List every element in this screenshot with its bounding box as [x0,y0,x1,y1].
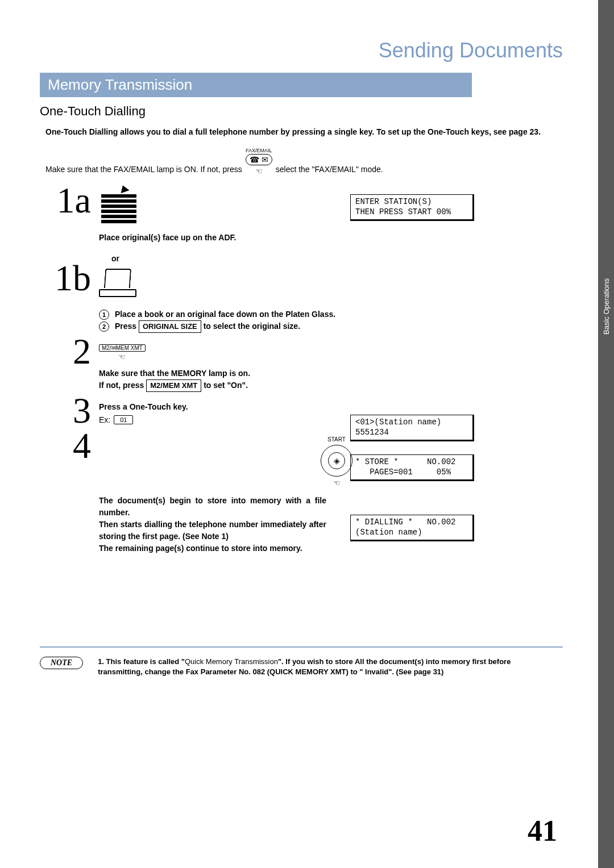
step-2: 2 M2/✉MEM XMT ☜ Make sure that the MEMOR… [40,339,574,392]
step-3: 3 Press a One-Touch key. Ex: 01 [40,398,574,427]
page-number: 41 [528,814,557,848]
step1b-line1: 1 Place a book or an original face down … [99,308,574,320]
step4-paragraph: The document(s) begin to store into memo… [99,495,326,554]
note-pre: 1. This feature is called " [98,657,185,666]
lead-post: select the "FAX/EMAIL" mode. [276,165,383,174]
sidebar-tab-basic-operations: Basic Operations [598,261,614,352]
step-number-1b: 1b [40,262,91,295]
original-size-key[interactable]: ORIGINAL SIZE [139,320,201,333]
step1b-line2-pre: Press [115,322,139,331]
start-label: START [327,436,346,443]
lcd-display-3: * STORE * NO.002 PAGES=001 05% [350,454,474,481]
platen-glass-icon [99,269,139,301]
note-text: 1. This feature is called "Quick Memory … [98,657,557,677]
note-area: NOTE 1. This feature is called "Quick Me… [40,657,557,677]
circled-2: 2 [99,322,109,332]
step2-line1: Make sure that the MEMORY lamp is on. [99,368,574,379]
lcd-display-4: * DIALLING * NO.002 (Station name) [350,515,474,541]
one-touch-key-01[interactable]: 01 [114,415,133,424]
start-button[interactable]: START ◈ ☜ [99,436,574,486]
or-text: or [111,254,574,263]
step2-line2-pre: If not, press [99,381,146,390]
mail-glyph: ✉ [262,155,268,164]
step-number-4: 4 [40,429,91,462]
step-1a: 1a Place original(s) face up on the ADF. [40,187,574,244]
mode-instruction: Make sure that the FAX/EMAIL lamp is ON.… [45,148,574,174]
step3-example: Ex: 01 [99,415,574,424]
footer-rule [40,646,563,648]
hand-icon: ☜ [333,479,341,487]
step3-title: Press a One-Touch key. [99,401,574,413]
chapter-title: Sending Documents [40,39,574,62]
lcd-display-2: <01>(Station name) 5551234 [350,415,474,441]
step2-line2-post: to set "On". [204,381,248,390]
faxemail-label: FAX/EMAIL [246,148,272,153]
step-1b: 1b 1 Place a book or an original face do… [40,265,574,333]
start-inner-glyph: ◈ [328,452,345,469]
section-band: Memory Transmission [40,73,472,97]
step1a-caption: Place original(s) face up on the ADF. [99,232,574,244]
note-mid: Quick Memory Transmission [185,657,278,666]
mem-xmt-button[interactable]: M2/✉MEM XMT ☜ [99,344,146,360]
ex-label: Ex: [99,415,110,424]
hand-icon: ☜ [118,353,126,361]
note-pill: NOTE [40,657,83,669]
step2-line2: If not, press M2/MEM XMT to set "On". [99,379,574,392]
mem-xmt-key-label: M2/✉MEM XMT [99,344,146,352]
page: Basic Operations Sending Documents Memor… [0,0,614,868]
lcd-display-1: ENTER STATION(S) THEN PRESS START 00% [350,194,474,221]
step1b-line2: 2 Press ORIGINAL SIZE to select the orig… [99,320,574,333]
right-sidebar [598,0,614,868]
step1b-line1-text: Place a book or an original face down on… [115,310,335,319]
lead-pre: Make sure that the FAX/EMAIL lamp is ON.… [45,165,242,174]
faxemail-button[interactable]: FAX/EMAIL ☎ ✉ ☜ [246,148,272,174]
intro-paragraph: One-Touch Dialling allows you to dial a … [45,127,574,137]
adf-stack-icon [99,191,139,225]
step-number-1a: 1a [40,184,91,217]
circled-1: 1 [99,310,109,320]
hand-icon: ☜ [255,167,263,175]
phone-glyph: ☎ [250,155,259,164]
adf-icon [99,191,574,225]
faxemail-oval-icon: ☎ ✉ [246,154,272,165]
mem-xmt-boxed[interactable]: M2/MEM XMT [146,379,201,392]
step1b-line2-post: to select the original size. [204,322,300,331]
step-number-2: 2 [40,335,91,368]
step-number-3: 3 [40,394,91,427]
subsection-title: One-Touch Dialling [40,104,574,119]
start-circle-icon: ◈ [321,445,352,477]
step-4: 4 START ◈ ☜ The document(s) begin to sto… [40,433,574,554]
